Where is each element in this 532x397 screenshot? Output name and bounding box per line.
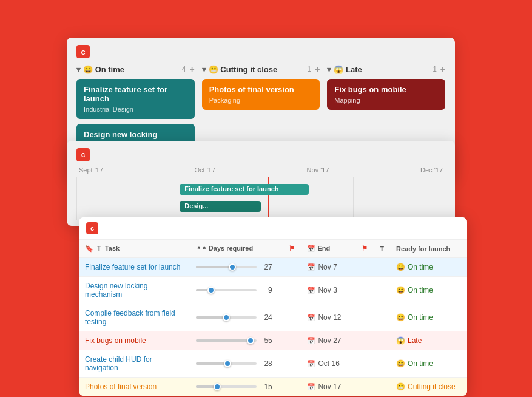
days-cell-1: 27 bbox=[190, 258, 283, 277]
table-row: Design new locking mechanism 9 📅 bbox=[79, 277, 467, 304]
task-link-3[interactable]: Compile feedback from field testing bbox=[85, 309, 175, 326]
table-logo-bar: c bbox=[79, 217, 467, 240]
status-badge-4: 😱 Late bbox=[396, 336, 461, 345]
end-cell-2: 📅 Nov 3 bbox=[301, 277, 355, 304]
status-label-3: On time bbox=[408, 313, 433, 322]
kanban-card-1[interactable]: Finalize feature set for launch Industri… bbox=[76, 79, 195, 119]
gantt-body: Finalize feature set for launch Desig... bbox=[76, 177, 445, 220]
slider-value-3: 24 bbox=[260, 313, 272, 322]
th-flag2: ⚑ bbox=[355, 240, 374, 258]
kanban-card-3[interactable]: Photos of final version Packaging bbox=[202, 79, 320, 110]
task-link-4[interactable]: Fix bugs on mobile bbox=[85, 336, 146, 345]
status-cell-4: 😱 Late bbox=[390, 331, 467, 350]
status-badge-5: 😄 On time bbox=[396, 359, 461, 368]
end-date-6: Nov 17 bbox=[318, 382, 341, 391]
slider-thumb-6[interactable] bbox=[214, 383, 221, 390]
gantt-bar-2: Desig... bbox=[180, 201, 261, 212]
table-row: Fix bugs on mobile 55 📅 Nov 2 bbox=[79, 331, 467, 350]
gantt-bar-row-2: Desig... bbox=[76, 199, 445, 214]
table-row: Photos of final version 15 📅 bbox=[79, 378, 467, 396]
table-logo: c bbox=[86, 222, 98, 234]
task-cell-6: Photos of final version bbox=[79, 378, 190, 396]
flag-cell-4 bbox=[283, 331, 301, 350]
gantt-tooltip-2: Desig... bbox=[180, 201, 213, 212]
end-date-5: Oct 16 bbox=[318, 359, 339, 368]
slider-thumb-2[interactable] bbox=[207, 287, 215, 294]
end-date-1: Nov 7 bbox=[318, 263, 337, 271]
slider-fill-5 bbox=[196, 362, 227, 365]
kanban-card-title-1: Finalize feature set for launch bbox=[84, 85, 187, 103]
slider-thumb-1[interactable] bbox=[229, 263, 236, 271]
status-label-4: Late bbox=[408, 336, 422, 345]
end-cell-4: 📅 Nov 27 bbox=[301, 331, 355, 350]
gantt-bar-row-1: Finalize feature set for launch bbox=[76, 182, 445, 197]
status-emoji-4: 😱 bbox=[396, 336, 405, 345]
days-cell-2: 9 bbox=[190, 277, 283, 304]
kanban-add-on-time[interactable]: + bbox=[189, 64, 194, 74]
kanban-add-cutting[interactable]: + bbox=[315, 64, 320, 74]
main-table: 🔖 T Task ⚬⚬ Days required ⚑ 📅 End ⚑ T bbox=[79, 240, 467, 396]
status-emoji-2: 😄 bbox=[396, 286, 405, 294]
status-emoji-1: 😄 bbox=[396, 263, 405, 271]
end-date-4: Nov 27 bbox=[318, 336, 341, 345]
end-cell-3: 📅 Nov 12 bbox=[301, 304, 355, 331]
slider-track-6[interactable] bbox=[196, 385, 257, 388]
slider-container-2: 9 bbox=[196, 286, 277, 294]
slider-track-1[interactable] bbox=[196, 266, 257, 268]
slider-track-5[interactable] bbox=[196, 362, 257, 365]
slider-thumb-4[interactable] bbox=[247, 337, 254, 344]
kanban-col-count-on-time: 4 bbox=[182, 65, 186, 73]
slider-value-6: 15 bbox=[260, 382, 272, 391]
chevron-icon: ▾ bbox=[76, 65, 81, 74]
slider-track-3[interactable] bbox=[196, 316, 257, 319]
flag2-cell-4 bbox=[355, 331, 374, 350]
th-flag1: ⚑ bbox=[283, 240, 301, 258]
slider-value-2: 9 bbox=[260, 286, 272, 294]
status-label-1: On time bbox=[408, 263, 433, 271]
table-row: Create child HUD for navigation 28 📅 bbox=[79, 350, 467, 378]
th-ready: Ready for launch bbox=[390, 240, 467, 258]
slider-thumb-5[interactable] bbox=[224, 360, 231, 367]
kanban-col-label-on-time: On time bbox=[95, 65, 124, 74]
end-cell-1: 📅 Nov 7 bbox=[301, 258, 355, 277]
slider-fill-4 bbox=[196, 339, 251, 342]
end-cell-5: 📅 Oct 16 bbox=[301, 350, 355, 378]
status-label-5: On time bbox=[408, 359, 433, 368]
task-link-1[interactable]: Finalize feature set for launch bbox=[85, 263, 180, 271]
status-badge-1: 😄 On time bbox=[396, 263, 461, 271]
status-badge-3: 😄 On time bbox=[396, 313, 461, 322]
th-type: T bbox=[374, 240, 390, 258]
task-link-5[interactable]: Create child HUD for navigation bbox=[85, 355, 152, 372]
flag2-cell-2 bbox=[355, 277, 374, 304]
th-task: 🔖 T Task bbox=[79, 240, 190, 258]
calendar-icon-2: 📅 bbox=[307, 287, 315, 294]
status-label-6: Cutting it close bbox=[408, 382, 456, 391]
end-date-3: Nov 12 bbox=[318, 313, 341, 322]
kanban-card-sub-1: Industrial Design bbox=[84, 106, 187, 113]
type-cell-5 bbox=[374, 350, 390, 378]
task-cell-4: Fix bugs on mobile bbox=[79, 331, 190, 350]
kanban-card-4[interactable]: Fix bugs on mobile Mapping bbox=[327, 79, 445, 110]
calendar-icon-5: 📅 bbox=[307, 360, 315, 368]
chevron-icon-3: ▾ bbox=[327, 65, 331, 74]
slider-container-4: 55 bbox=[196, 336, 277, 345]
slider-track-2[interactable] bbox=[196, 289, 257, 291]
task-link-2[interactable]: Design new locking mechanism bbox=[85, 282, 147, 299]
task-cell-3: Compile feedback from field testing bbox=[79, 304, 190, 331]
kanban-col-header-cutting: ▾ 😬 Cutting it close 1 + bbox=[202, 64, 320, 74]
table-panel: c 🔖 T Task ⚬⚬ Days required ⚑ 📅 End bbox=[79, 217, 467, 396]
kanban-col-label-late: Late bbox=[346, 65, 362, 74]
status-badge-6: 😬 Cutting it close bbox=[396, 382, 461, 391]
gantt-header: Sept '17 Oct '17 Nov '17 Dec '17 bbox=[76, 166, 445, 174]
slider-container-3: 24 bbox=[196, 313, 277, 322]
flag-cell-1 bbox=[283, 258, 301, 277]
kanban-col-count-cutting: 1 bbox=[307, 65, 311, 73]
slider-track-4[interactable] bbox=[196, 339, 257, 342]
flag-cell-2 bbox=[283, 277, 301, 304]
th-end-label: 📅 End bbox=[307, 245, 330, 252]
table-header-row: 🔖 T Task ⚬⚬ Days required ⚑ 📅 End ⚑ T bbox=[79, 240, 467, 258]
task-link-6[interactable]: Photos of final version bbox=[85, 382, 157, 391]
bookmark-icon: 🔖 bbox=[85, 245, 93, 252]
kanban-add-late[interactable]: + bbox=[440, 64, 445, 74]
slider-thumb-3[interactable] bbox=[223, 314, 230, 321]
